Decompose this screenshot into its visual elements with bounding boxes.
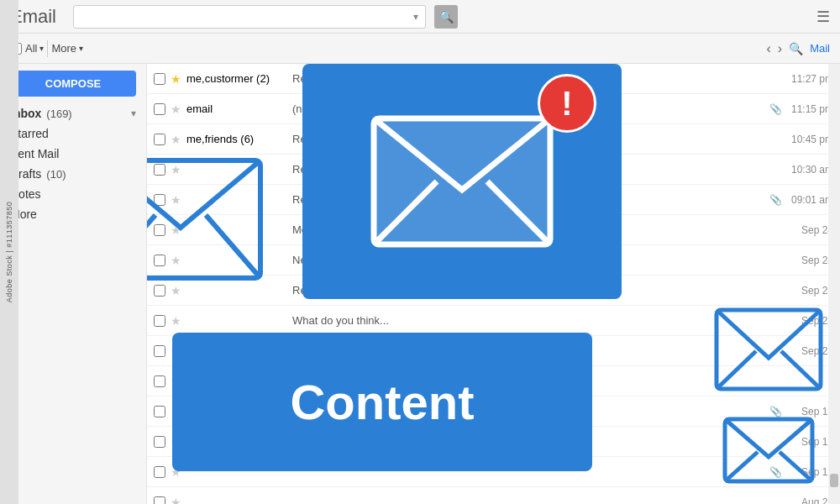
email-meta: 10:30 am (787, 164, 833, 176)
email-checkbox[interactable] (154, 315, 165, 327)
email-meta: 📎11:15 pm (769, 103, 833, 115)
sidebar-item-more[interactable]: More (0, 204, 146, 224)
more-dropdown-button[interactable]: More ▾ (51, 42, 83, 55)
star-icon[interactable]: ★ (171, 465, 181, 479)
star-icon[interactable]: ★ (171, 314, 181, 328)
email-row[interactable]: ★Aug 27 (147, 487, 840, 504)
email-meta: Aug 27 (787, 496, 833, 505)
star-icon[interactable]: ★ (171, 163, 181, 176)
sidebar-item-starred[interactable]: Starred (0, 123, 146, 144)
attachment-icon: 📎 (769, 406, 782, 417)
expand-icon: ▾ (131, 108, 136, 119)
scrollbar-thumb[interactable] (830, 474, 838, 487)
email-time: Sep 11 (787, 466, 833, 478)
search-bar-container: ▾ (73, 5, 426, 29)
nav-prev-button[interactable]: ‹ (767, 41, 771, 56)
all-dropdown-button[interactable]: All ▾ (25, 42, 44, 55)
chevron-down-icon: ▾ (39, 44, 44, 53)
email-row[interactable]: ★custormer(no subject) ... (147, 366, 840, 396)
email-checkbox[interactable] (154, 285, 165, 297)
email-subject: Re : On 23 Octobe... (292, 284, 782, 297)
hamburger-icon[interactable]: ☰ (816, 8, 830, 26)
email-meta: 📎Sep 13 (769, 406, 833, 417)
email-row[interactable]: ★📎Sep 13 (147, 396, 840, 427)
email-subject: (no subject) ... (292, 375, 782, 387)
sidebar-item-drafts[interactable]: Drafts (10) (0, 164, 146, 184)
email-row[interactable]: ★me,friends (6)Re : 2 new notiftc...10:4… (147, 124, 840, 155)
email-row[interactable]: ★Re : company inf...📎09:01 am (147, 185, 840, 215)
star-icon[interactable]: ★ (171, 254, 181, 267)
star-icon[interactable]: ★ (171, 193, 181, 207)
sidebar-item-inbox[interactable]: Inbox (169) ▾ (0, 103, 146, 123)
sidebar-item-sent[interactable]: Sent Mail (0, 144, 146, 164)
email-row[interactable]: ★Re : On 23 Octobe...Sep 23 (147, 276, 840, 306)
email-checkbox[interactable] (154, 436, 165, 448)
sidebar-item-notes[interactable]: Notes (0, 184, 146, 204)
email-subject: What do you think... (292, 314, 782, 327)
email-row[interactable]: ★Meeting today ...Sep 24 (147, 215, 840, 245)
email-time: Aug 27 (787, 496, 833, 505)
toolbar-divider (47, 40, 48, 57)
email-time: 10:45 pm (787, 134, 833, 145)
email-checkbox[interactable] (154, 73, 165, 85)
email-row[interactable]: ★Re : company inf...10:30 am (147, 155, 840, 185)
email-sender: custormer (186, 375, 287, 387)
star-icon[interactable]: ★ (171, 375, 181, 388)
search-button[interactable]: 🔍 (434, 5, 458, 29)
star-icon[interactable]: ★ (171, 344, 181, 358)
email-row[interactable]: ★New Sign-in on Co...Sep 24 (147, 245, 840, 276)
search-small-button[interactable]: 🔍 (789, 42, 803, 55)
star-icon[interactable]: ★ (171, 284, 181, 297)
email-time: Sep 23 (787, 345, 833, 357)
email-checkbox[interactable] (154, 466, 165, 478)
star-icon[interactable]: ★ (171, 435, 181, 449)
email-time: 10:30 am (787, 164, 833, 176)
email-time: Sep 11 (787, 436, 833, 448)
email-checkbox[interactable] (154, 134, 165, 145)
email-sender: me,friends (6) (186, 133, 287, 145)
email-subject: (no subject) ... (292, 102, 764, 115)
email-meta: Sep 23 (787, 345, 833, 357)
email-time: Sep 24 (787, 224, 833, 236)
email-row[interactable]: ★What do you think...Sep 23 (147, 306, 840, 336)
email-meta: Sep 11 (787, 436, 833, 448)
chevron-down-icon: ▾ (79, 44, 83, 53)
nav-next-button[interactable]: › (778, 41, 782, 56)
email-checkbox[interactable] (154, 375, 165, 387)
star-icon[interactable]: ★ (171, 496, 181, 505)
toolbar-right: ‹ › 🔍 Mail (767, 41, 831, 56)
email-checkbox[interactable] (154, 224, 165, 236)
mail-link[interactable]: Mail (810, 42, 830, 55)
chevron-down-icon: ▾ (413, 11, 418, 23)
content-area: ★me,custormer (2)Re : company info...11:… (147, 64, 840, 504)
email-checkbox[interactable] (154, 496, 165, 505)
email-checkbox[interactable] (154, 406, 165, 417)
star-icon[interactable]: ★ (171, 102, 181, 116)
email-checkbox[interactable] (154, 194, 165, 206)
email-subject: Re : company inf... (292, 193, 764, 206)
email-row[interactable]: ★email(no subject) ...📎11:15 pm (147, 94, 840, 124)
email-row[interactable]: ★📎Sep 11 (147, 457, 840, 487)
email-subject: Meeting today ... (292, 223, 782, 236)
email-row[interactable]: ★me,custormer (2)Re : company info...11:… (147, 64, 840, 94)
search-input[interactable] (81, 10, 413, 24)
star-icon[interactable]: ★ (171, 223, 181, 237)
email-meta: 10:45 pm (787, 134, 833, 145)
toolbar-left: All ▾ More ▾ (10, 40, 157, 57)
email-checkbox[interactable] (154, 255, 165, 266)
email-checkbox[interactable] (154, 103, 165, 115)
main-layout: COMPOSE Inbox (169) ▾ Starred Sent Mail … (0, 64, 840, 504)
star-icon[interactable]: ★ (171, 405, 181, 418)
compose-button[interactable]: COMPOSE (10, 71, 136, 97)
email-checkbox[interactable] (154, 164, 165, 176)
email-row[interactable]: ★Sep 11 (147, 427, 840, 457)
email-time: 11:27 pm (787, 73, 833, 85)
adobe-text: Adobe Stock | #111357850 (5, 202, 13, 302)
star-icon[interactable]: ★ (171, 72, 181, 86)
email-meta: Sep 24 (787, 224, 833, 236)
email-row[interactable]: ★custormer no.001company info ...Sep 23 (147, 336, 840, 366)
email-meta: Sep 23 (787, 315, 833, 327)
email-sender: email (186, 102, 287, 115)
email-checkbox[interactable] (154, 345, 165, 357)
star-icon[interactable]: ★ (171, 133, 181, 146)
